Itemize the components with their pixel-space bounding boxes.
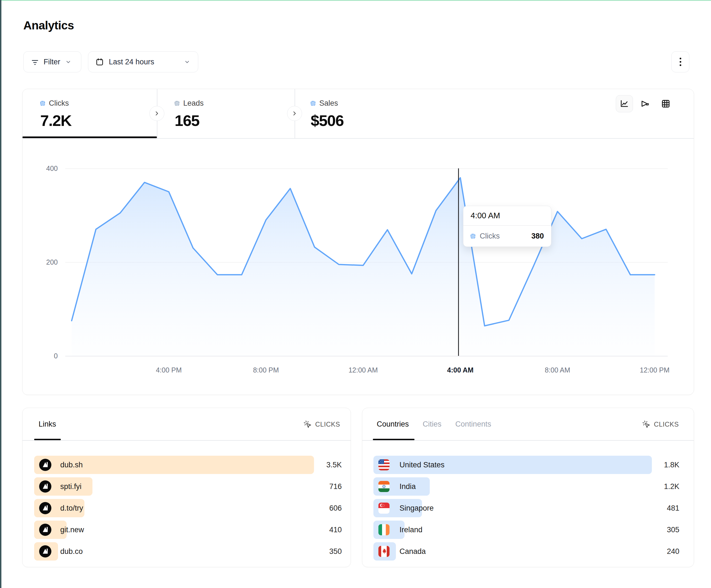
window-left-edge [0, 0, 1, 588]
line-chart-icon [620, 99, 629, 109]
date-range-label: Last 24 hours [109, 58, 154, 66]
metric-tab-sales[interactable]: Sales $506 [311, 96, 344, 130]
table-grid-icon [661, 99, 670, 109]
more-options-button[interactable] [671, 51, 689, 72]
country-value: 1.8K [664, 461, 680, 469]
leads-metric-label: Leads [183, 99, 204, 108]
filter-button[interactable]: Filter [23, 51, 81, 72]
cursor-click-icon [303, 420, 312, 429]
country-value: 240 [667, 547, 680, 556]
flag-us-icon [379, 459, 389, 470]
expand-clicks-button[interactable] [149, 106, 164, 121]
flag-wrapper [379, 459, 391, 471]
view-funnel-chart-button[interactable] [636, 95, 653, 112]
clicks-metric-value: 7.2K [40, 112, 71, 130]
flag-canada-icon [379, 546, 389, 557]
country-row-canada[interactable]: Canada240 [373, 542, 680, 561]
flag-singapore-icon [379, 502, 389, 514]
countries-panel: CountriesCitiesContinents CLICKS United … [362, 408, 694, 567]
metric-tab-clicks[interactable]: Clicks 7.2K [40, 96, 71, 130]
filter-button-label: Filter [44, 58, 60, 66]
active-metric-underline [22, 136, 157, 138]
links-list: dub.sh3.5Kspti.fyi716d.to/try606git.new4… [34, 456, 342, 564]
sales-metric-value: $506 [311, 112, 344, 130]
link-label: spti.fyi [60, 482, 82, 491]
flag-wrapper [379, 545, 391, 558]
link-row-d-to-try[interactable]: d.to/try606 [34, 499, 342, 517]
link-label: dub.co [60, 547, 83, 556]
link-row-git-new[interactable]: git.new410 [34, 521, 342, 539]
countries-metric-label: CLICKS [654, 421, 679, 428]
sales-legend-swatch [311, 101, 316, 106]
sales-metric-label: Sales [319, 99, 338, 108]
stats-bottom-divider [22, 138, 694, 139]
y-tick-0: 0 [33, 352, 58, 360]
country-row-united-states[interactable]: United States1.8K [373, 456, 680, 474]
leads-metric-value: 165 [175, 112, 204, 130]
flag-wrapper [379, 524, 391, 536]
country-label: Canada [400, 547, 426, 556]
tooltip-series-label: Clicks [480, 232, 527, 241]
chevron-down-icon [184, 58, 191, 65]
clicks-area-chart[interactable] [65, 155, 668, 358]
kebab-menu-icon [680, 58, 681, 66]
flag-wrapper [379, 502, 391, 514]
x-tick-8-00-pm: 8:00 PM [253, 366, 279, 374]
countries-metric-selector[interactable]: CLICKS [642, 408, 679, 440]
link-row-spti-fyi[interactable]: spti.fyi716 [34, 477, 342, 496]
link-value: 716 [329, 482, 342, 491]
country-row-india[interactable]: India1.2K [373, 477, 680, 496]
country-row-ireland[interactable]: Ireland305 [373, 521, 680, 539]
link-row-dub-sh[interactable]: dub.sh3.5K [34, 456, 342, 474]
country-label: United States [400, 461, 445, 469]
countries-list: United States1.8KIndia1.2KSingapore481Ir… [373, 456, 680, 564]
links-panel: Links CLICKS dub.sh3.5Kspti.fyi716d.to/t… [22, 408, 351, 567]
dub-logo-icon [39, 545, 51, 558]
clicks-legend-swatch [40, 101, 45, 106]
metric-tab-leads[interactable]: Leads 165 [175, 96, 204, 130]
cursor-click-icon [642, 420, 650, 429]
flag-india-icon [379, 481, 389, 492]
countries-head-divider [362, 440, 694, 441]
date-range-button[interactable]: Last 24 hours [88, 51, 198, 72]
chevron-right-icon [153, 110, 160, 117]
links-metric-label: CLICKS [315, 421, 340, 428]
country-row-singapore[interactable]: Singapore481 [373, 499, 680, 517]
links-metric-selector[interactable]: CLICKS [303, 408, 340, 440]
analytics-page: Analytics Filter Last 24 hours [0, 0, 711, 588]
x-tick-4-00-pm: 4:00 PM [156, 366, 181, 374]
y-tick-400: 400 [33, 164, 58, 173]
dub-logo-icon [39, 524, 51, 536]
chevron-down-icon [65, 58, 72, 65]
tab-continents[interactable]: Continents [455, 420, 491, 429]
link-value: 350 [329, 547, 342, 556]
chart-tooltip: 4:00 AM Clicks 380 [463, 206, 552, 247]
view-line-chart-button[interactable] [616, 95, 633, 112]
dub-logo-icon [39, 480, 51, 493]
country-value: 481 [667, 504, 680, 513]
country-label: Singapore [400, 504, 434, 513]
link-value: 606 [329, 504, 342, 513]
tab-countries[interactable]: Countries [377, 420, 409, 429]
link-label: d.to/try [60, 504, 83, 513]
dub-logo-icon [39, 502, 51, 514]
link-row-dub-co[interactable]: dub.co350 [34, 542, 342, 561]
chevron-right-icon [291, 110, 298, 117]
x-tick-8-00-am: 8:00 AM [545, 366, 570, 374]
tab-cities[interactable]: Cities [423, 420, 442, 429]
flag-wrapper [379, 480, 391, 493]
y-tick-200: 200 [33, 258, 58, 266]
filter-lines-icon [31, 58, 39, 66]
leads-legend-swatch [175, 101, 179, 106]
dub-logo-icon [39, 459, 51, 471]
tab-links[interactable]: Links [39, 420, 56, 429]
geo-tabs: CountriesCitiesContinents [377, 420, 491, 429]
x-tick-12-00-pm: 12:00 PM [640, 366, 669, 374]
country-value: 305 [667, 526, 680, 534]
links-head-divider [22, 440, 351, 441]
view-table-button[interactable] [657, 95, 674, 112]
expand-leads-button[interactable] [287, 106, 302, 121]
chart-area-fill [72, 178, 655, 356]
tooltip-series-value: 380 [531, 232, 544, 241]
country-label: Ireland [400, 526, 423, 534]
